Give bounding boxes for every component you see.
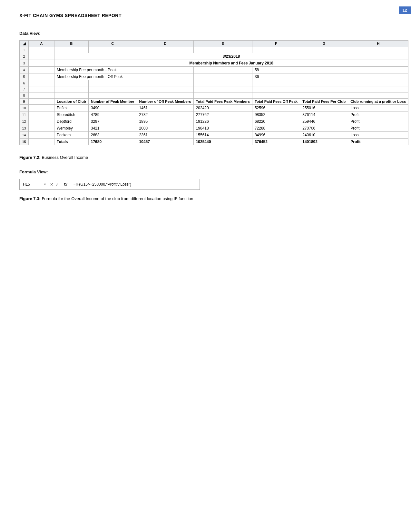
cell-a12 [29, 118, 54, 125]
figure73-text: Formula for the Overall Income of the cl… [42, 196, 193, 201]
table-row: 6 [20, 80, 408, 86]
cell-h7 [348, 86, 408, 92]
cell-g8 [300, 92, 348, 99]
cell-d7 [137, 86, 193, 92]
cell-b10: Enfield [54, 105, 89, 111]
row-num-9: 9 [20, 99, 29, 105]
cell-a15 [29, 139, 54, 145]
cell-f11: 98352 [252, 111, 300, 118]
table-row: 8 [20, 92, 408, 99]
cell-e12: 191226 [193, 118, 252, 125]
cell-h4 [348, 67, 408, 73]
cell-h10: Loss [348, 105, 408, 111]
row-num-11: 11 [20, 111, 29, 118]
cell-f13: 72288 [252, 125, 300, 132]
cell-c9: Number of Peak Member [88, 99, 137, 105]
formula-confirm-icon[interactable]: ✓ [55, 182, 59, 187]
table-row: 12 Deptford 3297 1895 191226 68220 25944… [20, 118, 408, 125]
cell-f10: 52596 [252, 105, 300, 111]
cell-d10: 1461 [137, 105, 193, 111]
cell-g11: 376114 [300, 111, 348, 118]
cell-f9: Total Paid Fees Off Peak [252, 99, 300, 105]
cell-c7 [88, 86, 137, 92]
cell-b6 [54, 80, 89, 86]
cell-offpeak-label: Membership Fee per month - Off Peak [54, 73, 194, 80]
cell-e4 [193, 67, 252, 73]
cell-h1 [348, 47, 408, 53]
formula-bar: H15 ▼ ✕ ✓ fx =IF(G15>=258000,"Profit","L… [19, 179, 200, 190]
row-num-4: 4 [20, 67, 29, 73]
cell-b15: Totals [54, 139, 89, 145]
cell-a3 [29, 60, 54, 67]
cell-c15: 17680 [88, 139, 137, 145]
figure73-label: Figure 7.3: [19, 196, 41, 201]
row-num-1: 1 [20, 47, 29, 53]
cell-f7 [252, 86, 300, 92]
cell-a2 [29, 53, 54, 60]
cell-e14: 155614 [193, 132, 252, 139]
cell-a13 [29, 125, 54, 132]
col-header-b: B [54, 41, 89, 47]
cell-h15: Profit [348, 139, 408, 145]
cell-title: Membership Numbers and Fees January 2018 [54, 60, 408, 67]
data-view-label: Data View: [19, 31, 392, 36]
table-row: 5 Membership Fee per month - Off Peak 36 [20, 73, 408, 80]
cell-a11 [29, 111, 54, 118]
cell-h12: Profit [348, 118, 408, 125]
row-num-10: 10 [20, 105, 29, 111]
cell-b12: Deptford [54, 118, 89, 125]
row-num-5: 5 [20, 73, 29, 80]
row-num-2: 2 [20, 53, 29, 60]
row-num-8: 8 [20, 92, 29, 99]
table-row: 1 [20, 47, 408, 53]
figure73-caption: Figure 7.3: Formula for the Overall Inco… [19, 196, 392, 201]
cell-e15: 1025440 [193, 139, 252, 145]
row-num-14: 14 [20, 132, 29, 139]
col-header-d: D [137, 41, 193, 47]
table-row: 13 Wembley 3421 2008 198418 72288 270706… [20, 125, 408, 132]
col-header-h: H [348, 41, 408, 47]
cell-h14: Loss [348, 132, 408, 139]
formula-text: =IF(G15>=258000,"Profit","Loss") [70, 179, 134, 190]
cell-b1 [54, 47, 89, 53]
cell-e7 [193, 86, 252, 92]
cell-f6 [252, 80, 300, 86]
spreadsheet-table: ◢ A B C D E F G H 1 [19, 40, 408, 145]
table-row: 9 Location of Club Number of Peak Member… [20, 99, 408, 105]
spreadsheet-container: ◢ A B C D E F G H 1 [19, 40, 392, 145]
cell-c10: 3490 [88, 105, 137, 111]
row-num-6: 6 [20, 80, 29, 86]
row-num-13: 13 [20, 125, 29, 132]
cell-b14: Peckam [54, 132, 89, 139]
formula-cell-ref: H15 [20, 179, 42, 190]
cell-f14: 84996 [252, 132, 300, 139]
cell-d11: 2732 [137, 111, 193, 118]
cell-b11: Shoreditch [54, 111, 89, 118]
table-row: 15 Totals 17680 10457 1025440 376452 140… [20, 139, 408, 145]
cell-h5 [348, 73, 408, 80]
cell-f8 [252, 92, 300, 99]
cell-f12: 68220 [252, 118, 300, 125]
cell-d15: 10457 [137, 139, 193, 145]
cell-f4: 58 [252, 67, 300, 73]
cell-b8 [54, 92, 89, 99]
cell-g15: 1401892 [300, 139, 348, 145]
cell-d12: 1895 [137, 118, 193, 125]
col-header-e: E [193, 41, 252, 47]
cell-peak-label: Membership Fee per month - Peak [54, 67, 194, 73]
cell-e11: 277762 [193, 111, 252, 118]
cell-h6 [348, 80, 408, 86]
row-num-3: 3 [20, 60, 29, 67]
cell-g4 [300, 67, 348, 73]
cell-e10: 202420 [193, 105, 252, 111]
formula-cancel-icon[interactable]: ✕ [50, 182, 54, 187]
cell-a6 [29, 80, 54, 86]
cell-g14: 240610 [300, 132, 348, 139]
cell-f1 [252, 47, 300, 53]
cell-g9: Total Paid Fees Per Club [300, 99, 348, 105]
cell-g12: 259446 [300, 118, 348, 125]
table-row: 4 Membership Fee per month - Peak 58 [20, 67, 408, 73]
col-header-c: C [88, 41, 137, 47]
table-row: 2 3/23/2018 [20, 53, 408, 60]
table-row: 10 Enfield 3490 1461 202420 52596 255016… [20, 105, 408, 111]
